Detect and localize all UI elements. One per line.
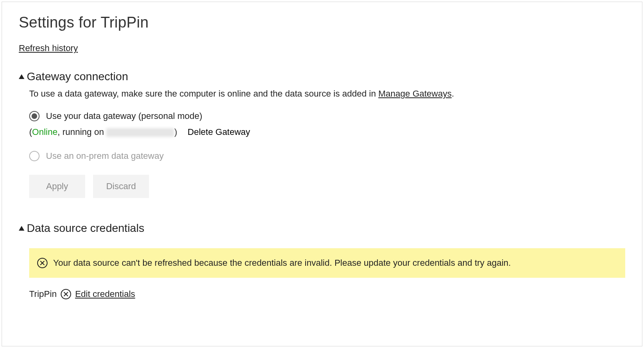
credentials-section-toggle[interactable]: Data source credentials — [19, 222, 625, 235]
discard-button[interactable]: Discard — [93, 175, 149, 198]
gateway-radio-onprem-label: Use an on-prem data gateway — [46, 151, 164, 161]
status-close: ) — [174, 127, 177, 137]
gateway-desc-suffix: . — [451, 89, 454, 99]
svg-marker-1 — [19, 226, 24, 231]
apply-button[interactable]: Apply — [29, 175, 85, 198]
gateway-radio-personal[interactable]: Use your data gateway (personal mode) — [29, 111, 625, 121]
gateway-section-title: Gateway connection — [27, 70, 128, 83]
gateway-machine-name — [106, 128, 174, 137]
edit-credentials-link[interactable]: Edit credentials — [75, 289, 135, 299]
gateway-status-row: (Online, running on ) Delete Gateway — [29, 127, 625, 137]
radio-selected-icon — [29, 111, 40, 121]
error-icon — [37, 258, 48, 268]
caret-up-icon — [19, 74, 24, 79]
credentials-alert: Your data source can't be refreshed beca… — [29, 248, 625, 278]
manage-gateways-link[interactable]: Manage Gateways — [378, 89, 451, 99]
status-running-on: , running on — [58, 127, 106, 137]
refresh-history-link[interactable]: Refresh history — [19, 43, 78, 53]
page-title: Settings for TripPin — [19, 14, 625, 31]
gateway-desc-prefix: To use a data gateway, make sure the com… — [29, 89, 378, 99]
gateway-section-toggle[interactable]: Gateway connection — [19, 70, 625, 83]
svg-marker-0 — [19, 74, 24, 79]
gateway-radio-personal-label: Use your data gateway (personal mode) — [46, 111, 202, 121]
delete-gateway-link[interactable]: Delete Gateway — [188, 127, 250, 137]
gateway-radio-onprem[interactable]: Use an on-prem data gateway — [29, 151, 625, 161]
caret-up-icon — [19, 226, 24, 231]
data-source-name: TripPin — [29, 289, 57, 299]
credentials-section-title: Data source credentials — [27, 222, 144, 235]
credentials-alert-text: Your data source can't be refreshed beca… — [53, 258, 511, 268]
radio-unselected-icon — [29, 151, 40, 161]
error-icon — [61, 289, 71, 299]
gateway-description: To use a data gateway, make sure the com… — [29, 89, 625, 99]
gateway-status-online: Online — [32, 127, 58, 137]
